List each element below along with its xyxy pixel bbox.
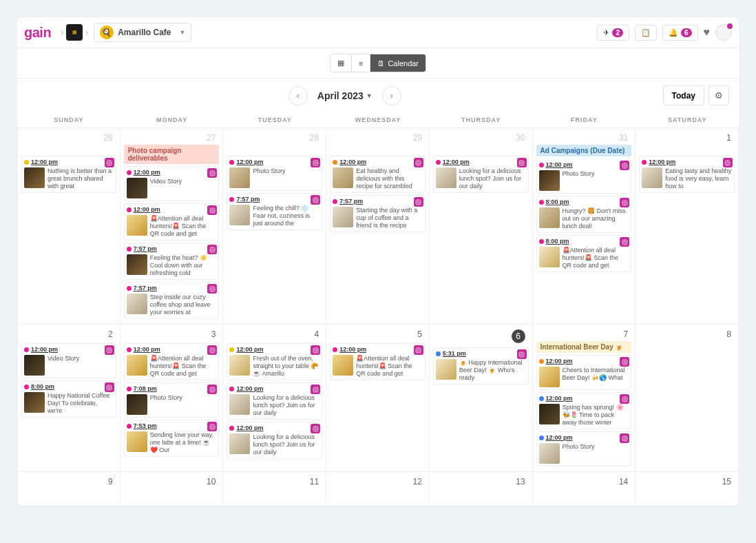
send-button[interactable]: ✈ 2 (597, 25, 629, 41)
campaign-banner[interactable]: International Beer Day 🍺 (536, 341, 632, 353)
day-cell[interactable]: 31 Ad Campaigns (Due Date) 12:00 pm Phot… (533, 127, 636, 324)
post-card[interactable]: 12:00 pm Looking for a delicious lunch s… (227, 422, 322, 459)
day-number: 11 (224, 473, 324, 489)
day-number: 1 (637, 130, 737, 145)
today-button[interactable]: Today (663, 85, 704, 105)
post-card[interactable]: 12:00 pm Cheers to International Beer Da… (536, 355, 632, 390)
instagram-icon (207, 422, 217, 431)
week-row: 26 12:00 pm Nothing is better than a gre… (17, 127, 739, 324)
svg-rect-24 (622, 240, 627, 245)
day-cell[interactable]: 8 (636, 324, 739, 471)
day-cell[interactable]: 2 12:00 pm Video Story 8:00 pm Happy Nat… (17, 324, 120, 471)
post-card[interactable]: 12:00 pm Spring has sprung! 🌸🐝🌷 Time to … (536, 392, 632, 429)
post-card[interactable]: 12:00 pm Video Story (21, 343, 116, 378)
post-card[interactable]: 12:00 pm Eat healthy and delicious with … (330, 156, 426, 193)
month-selector[interactable]: April 2023 ▼ (317, 90, 372, 101)
post-card[interactable]: 8:00 pm 🚨Attention all deal hunters!🚨 Sc… (536, 235, 632, 272)
bell-badge: 6 (681, 28, 692, 37)
day-cell[interactable]: 27 Photo campaign deliverables 12:00 pm … (120, 127, 224, 324)
svg-rect-30 (107, 385, 112, 390)
day-cell[interactable]: 3 12:00 pm 🚨Attention all deal hunters!🚨… (120, 324, 224, 471)
instagram-icon (105, 345, 114, 355)
post-card[interactable]: 12:00 pm Nothing is better than a great … (21, 156, 116, 193)
day-cell[interactable]: 13 (430, 471, 533, 506)
instagram-icon (620, 198, 629, 207)
post-card[interactable]: 12:00 pm Looking for a delicious lunch s… (433, 156, 529, 193)
day-cell[interactable]: 6 5:31 pm 🍺 Happy International Beer Day… (430, 324, 533, 471)
post-card[interactable]: 12:00 pm Photo Story (227, 156, 322, 191)
post-card[interactable]: 12:00 pm 🚨Attention all deal hunters!🚨 S… (124, 203, 220, 240)
calendar-view-button[interactable]: 🗓 Calendar (370, 54, 426, 72)
post-card[interactable]: 7:57 pm Starting the day with a cup of c… (330, 195, 426, 232)
instagram-icon (207, 245, 217, 254)
settings-button[interactable]: ⚙ (708, 85, 729, 105)
post-card[interactable]: 5:31 pm 🍺 Happy International Beer Day! … (433, 347, 529, 385)
svg-rect-50 (622, 397, 627, 402)
instagram-icon (311, 195, 320, 205)
svg-point-49 (624, 361, 626, 363)
chevron-right-icon: › (85, 28, 88, 37)
post-card[interactable]: 7:53 pm Sending love your way, one latte… (124, 420, 220, 457)
day-cell[interactable]: 14 (533, 471, 636, 506)
day-cell[interactable]: 5 12:00 pm 🚨Attention all deal hunters!🚨… (326, 324, 430, 471)
post-card[interactable]: 8:00 pm Happy National Coffee Day! To ce… (21, 380, 116, 418)
clipboard-button[interactable]: 📋 (635, 25, 657, 41)
post-card[interactable]: 12:00 pm Video Story (124, 166, 220, 201)
instagram-icon (105, 158, 114, 167)
post-card[interactable]: 12:00 pm Photo Story (536, 158, 632, 194)
svg-rect-34 (210, 387, 215, 392)
post-card[interactable]: 7:57 pm Feeling the heat? ☀️ Cool down w… (124, 243, 220, 280)
heart-icon[interactable]: ♥ (704, 26, 711, 39)
list-view-button[interactable]: ≡ (352, 54, 370, 72)
post-card[interactable]: 12:00 pm 🚨Attention all deal hunters!🚨 S… (124, 343, 220, 380)
instagram-icon (414, 345, 423, 355)
day-cell[interactable]: 4 12:00 pm Fresh out of the oven, straig… (223, 324, 326, 471)
instagram-icon (517, 349, 527, 359)
post-card[interactable]: 7:57 pm Step inside our cozy coffee shop… (124, 282, 220, 319)
campaign-banner[interactable]: Photo campaign deliverables (124, 145, 220, 164)
svg-rect-10 (313, 161, 318, 165)
day-cell[interactable]: 10 (120, 471, 224, 506)
instagram-icon (620, 357, 629, 367)
day-number: 12 (328, 473, 428, 489)
workspace-selector[interactable]: 🍳 Amarillo Cafe ▼ (94, 23, 191, 42)
svg-rect-28 (107, 348, 112, 353)
svg-rect-12 (313, 198, 318, 203)
post-card[interactable]: 7:57 pm Feeling the chill? ❄️ Fear not, … (227, 193, 322, 230)
next-month-button[interactable]: › (382, 86, 401, 105)
day-cell[interactable]: 15 (636, 471, 739, 506)
day-number: 6 (431, 326, 531, 345)
day-cell[interactable]: 1 12:00 pm Eating tasty and healthy food… (636, 127, 739, 324)
day-number: 9 (19, 473, 118, 489)
day-cell[interactable]: 26 12:00 pm Nothing is better than a gre… (17, 127, 120, 324)
day-cell[interactable]: 30 12:00 pm Looking for a delicious lunc… (430, 127, 533, 324)
prev-month-button[interactable]: ‹ (288, 86, 308, 105)
day-number: 29 (328, 130, 428, 145)
day-number: 3 (122, 326, 222, 341)
client-avatar[interactable]: ▦ (66, 24, 83, 41)
svg-rect-46 (519, 352, 524, 357)
day-number: 27 (122, 130, 222, 145)
avatar[interactable] (715, 24, 732, 41)
day-cell[interactable]: 7 International Beer Day 🍺 12:00 pm Chee… (533, 324, 636, 471)
post-card[interactable]: 8:00 pm Hungry? 🍔 Don't miss out on our … (536, 196, 632, 233)
post-card[interactable]: 12:00 pm Eating tasty and healthy food i… (639, 156, 735, 193)
day-cell[interactable]: 9 (17, 471, 120, 506)
day-cell[interactable]: 28 12:00 pm Photo Story 7:57 pm Feeling … (223, 127, 326, 324)
post-card[interactable]: 12:00 pm Fresh out of the oven, straight… (227, 343, 322, 380)
post-card[interactable]: 7:08 pm Photo Story (124, 382, 220, 418)
notifications-button[interactable]: 🔔 6 (662, 25, 698, 41)
day-number: 7 (534, 326, 634, 341)
svg-point-39 (315, 349, 317, 351)
campaign-banner[interactable]: Ad Campaigns (Due Date) (536, 145, 632, 156)
chevron-down-icon: ▼ (366, 92, 372, 99)
post-card[interactable]: 12:00 pm Looking for a delicious lunch s… (227, 382, 322, 420)
day-number: 10 (122, 473, 222, 489)
grid-icon: ▦ (337, 59, 344, 68)
grid-view-button[interactable]: ▦ (330, 54, 351, 72)
day-cell[interactable]: 12 (326, 471, 430, 506)
day-cell[interactable]: 11 (223, 471, 326, 506)
post-card[interactable]: 12:00 pm 🚨Attention all deal hunters!🚨 S… (330, 343, 426, 380)
day-cell[interactable]: 29 12:00 pm Eat healthy and delicious wi… (326, 127, 430, 324)
post-card[interactable]: 12:00 pm Photo Story (536, 431, 632, 467)
